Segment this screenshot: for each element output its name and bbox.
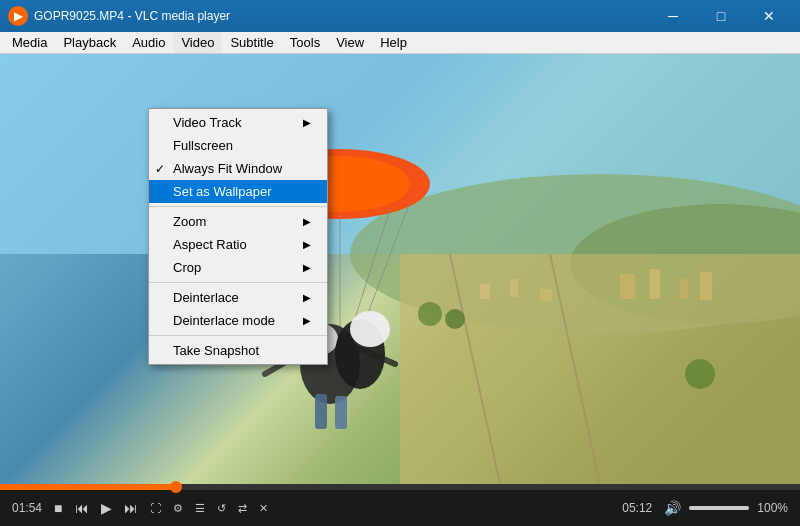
svg-rect-6 xyxy=(480,284,490,299)
extended-settings-button[interactable]: ⚙ xyxy=(169,500,187,517)
close-button[interactable]: ✕ xyxy=(746,0,792,32)
video-dropdown-menu: Video Track ▶ Fullscreen ✓ Always Fit Wi… xyxy=(148,108,328,365)
deinterlace-arrow-icon: ▶ xyxy=(293,292,311,303)
deinterlace-mode-label: Deinterlace mode xyxy=(173,313,275,328)
svg-rect-3 xyxy=(400,254,800,484)
deinterlace-label: Deinterlace xyxy=(173,290,239,305)
svg-rect-27 xyxy=(315,394,327,429)
random-button[interactable]: ⇄ xyxy=(234,500,251,517)
svg-point-15 xyxy=(685,359,715,389)
menu-deinterlace[interactable]: Deinterlace ▶ xyxy=(149,286,327,309)
always-fit-window-label: Always Fit Window xyxy=(173,161,282,176)
maximize-button[interactable]: □ xyxy=(698,0,744,32)
fullscreen-label: Fullscreen xyxy=(173,138,233,153)
progress-fill xyxy=(0,484,176,490)
menu-zoom[interactable]: Zoom ▶ xyxy=(149,210,327,233)
menu-video-track[interactable]: Video Track ▶ xyxy=(149,111,327,134)
separator-3 xyxy=(149,335,327,336)
svg-rect-9 xyxy=(620,274,635,299)
aspect-ratio-arrow-icon: ▶ xyxy=(293,239,311,250)
menu-crop[interactable]: Crop ▶ xyxy=(149,256,327,279)
svg-rect-12 xyxy=(700,272,712,300)
window-title: GOPR9025.MP4 - VLC media player xyxy=(34,9,650,23)
close-media-button[interactable]: ✕ xyxy=(255,500,272,517)
svg-rect-8 xyxy=(540,289,552,301)
prev-button[interactable]: ⏮ xyxy=(71,498,93,518)
time-current: 01:54 xyxy=(12,501,42,515)
zoom-arrow-icon: ▶ xyxy=(293,216,311,227)
video-track-label: Video Track xyxy=(173,115,241,130)
take-snapshot-label: Take Snapshot xyxy=(173,343,259,358)
loop-button[interactable]: ↺ xyxy=(213,500,230,517)
menu-fullscreen[interactable]: Fullscreen xyxy=(149,134,327,157)
volume-bar[interactable] xyxy=(689,506,749,510)
crop-label: Crop xyxy=(173,260,201,275)
menu-deinterlace-mode[interactable]: Deinterlace mode ▶ xyxy=(149,309,327,332)
window-controls: ─ □ ✕ xyxy=(650,0,792,32)
deinterlace-mode-arrow-icon: ▶ xyxy=(293,315,311,326)
svg-point-14 xyxy=(445,309,465,329)
svg-point-26 xyxy=(350,311,390,347)
stop-button[interactable]: ■ xyxy=(50,498,66,518)
playback-controls: 01:54 ■ ⏮ ▶ ⏭ ⛶ ⚙ ☰ ↺ ⇄ ✕ 05:12 🔊 100% xyxy=(0,490,800,526)
svg-rect-11 xyxy=(680,279,688,299)
time-total: 05:12 xyxy=(622,501,652,515)
play-button[interactable]: ▶ xyxy=(97,498,116,518)
zoom-label: Zoom xyxy=(173,214,206,229)
fullscreen-ctrl-button[interactable]: ⛶ xyxy=(146,500,165,516)
volume-area: 🔊 100% xyxy=(660,498,792,518)
minimize-button[interactable]: ─ xyxy=(650,0,696,32)
progress-bar[interactable] xyxy=(0,484,800,490)
aspect-ratio-label: Aspect Ratio xyxy=(173,237,247,252)
menu-take-snapshot[interactable]: Take Snapshot xyxy=(149,339,327,362)
playlist-button[interactable]: ☰ xyxy=(191,500,209,517)
separator-1 xyxy=(149,206,327,207)
menu-aspect-ratio[interactable]: Aspect Ratio ▶ xyxy=(149,233,327,256)
svg-rect-10 xyxy=(650,269,660,299)
menu-help[interactable]: Help xyxy=(372,32,415,53)
check-icon: ✓ xyxy=(155,162,165,176)
menu-subtitle[interactable]: Subtitle xyxy=(222,32,281,53)
video-area: Video Track ▶ Fullscreen ✓ Always Fit Wi… xyxy=(0,54,800,484)
svg-rect-28 xyxy=(335,396,347,429)
volume-fill xyxy=(689,506,749,510)
menu-view[interactable]: View xyxy=(328,32,372,53)
next-button[interactable]: ⏭ xyxy=(120,498,142,518)
progress-handle[interactable] xyxy=(170,481,182,493)
title-bar: ▶ GOPR9025.MP4 - VLC media player ─ □ ✕ xyxy=(0,0,800,32)
arrow-icon: ▶ xyxy=(293,117,311,128)
svg-rect-7 xyxy=(510,279,518,297)
menu-media[interactable]: Media xyxy=(4,32,55,53)
menu-always-fit-window[interactable]: ✓ Always Fit Window xyxy=(149,157,327,180)
video-frame xyxy=(0,54,800,484)
menu-playback[interactable]: Playback xyxy=(55,32,124,53)
mute-button[interactable]: 🔊 xyxy=(660,498,685,518)
svg-point-13 xyxy=(418,302,442,326)
separator-2 xyxy=(149,282,327,283)
menu-tools[interactable]: Tools xyxy=(282,32,328,53)
controls-bar: 01:54 ■ ⏮ ▶ ⏭ ⛶ ⚙ ☰ ↺ ⇄ ✕ 05:12 🔊 100% xyxy=(0,484,800,526)
menu-set-as-wallpaper[interactable]: Set as Wallpaper xyxy=(149,180,327,203)
volume-label: 100% xyxy=(757,501,788,515)
set-as-wallpaper-label: Set as Wallpaper xyxy=(173,184,272,199)
menu-bar: Media Playback Audio Video Subtitle Tool… xyxy=(0,32,800,54)
crop-arrow-icon: ▶ xyxy=(293,262,311,273)
app-icon: ▶ xyxy=(8,6,28,26)
menu-video[interactable]: Video xyxy=(173,32,222,53)
menu-audio[interactable]: Audio xyxy=(124,32,173,53)
